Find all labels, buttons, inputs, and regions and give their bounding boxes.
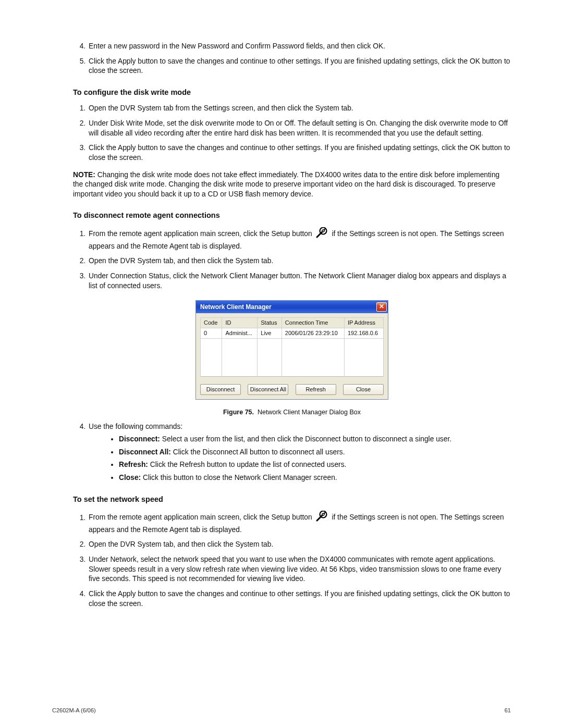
col-code[interactable]: Code xyxy=(201,318,222,328)
cell-time: 2006/01/26 23:29:10 xyxy=(282,328,344,338)
disconnect-button[interactable]: Disconnect xyxy=(200,384,241,395)
dialog-body: Code ID Status Connection Time IP Addres… xyxy=(196,313,388,399)
command-name: Close: xyxy=(119,474,141,482)
table-row xyxy=(201,367,384,377)
setup-icon xyxy=(315,227,329,242)
svg-point-3 xyxy=(322,513,324,515)
connections-table[interactable]: Code ID Status Connection Time IP Addres… xyxy=(200,317,384,377)
col-id[interactable]: ID xyxy=(222,318,258,328)
step-text-pre: From the remote agent application main s… xyxy=(89,514,312,522)
list-item: From the remote agent application main s… xyxy=(88,511,511,535)
table-row xyxy=(201,348,384,357)
step-5: Click the Apply button to save the chang… xyxy=(88,57,511,76)
cell-id: Administ... xyxy=(222,328,258,338)
figure-caption: Figure 75. Network Client Manager Dialog… xyxy=(195,408,388,417)
col-status[interactable]: Status xyxy=(258,318,282,328)
table-row xyxy=(201,338,384,348)
list-item: Open the DVR System tab from the Setting… xyxy=(88,104,511,114)
dialog-title: Network Client Manager xyxy=(200,303,272,311)
figure-number: Figure 75. xyxy=(223,409,254,416)
command-text: Select a user from the list, and then cl… xyxy=(162,435,451,443)
list-item: Refresh: Click the Refresh button to upd… xyxy=(119,460,511,470)
close-button[interactable]: Close xyxy=(343,384,384,395)
list-item: Open the DVR System tab, and then click … xyxy=(88,540,511,550)
step-text-pre: From the remote agent application main s… xyxy=(89,230,312,238)
page-number: 61 xyxy=(505,707,511,714)
note-label: NOTE: xyxy=(73,171,95,179)
table-row[interactable]: 0 Administ... Live 2006/01/26 23:29:10 1… xyxy=(201,328,384,338)
command-text: Click the Refresh button to update the l… xyxy=(150,461,347,468)
list-item: Under Connection Status, click the Netwo… xyxy=(88,272,511,291)
table-row xyxy=(201,357,384,367)
cell-ip: 192.168.0.6 xyxy=(344,328,383,338)
list-item: Use the following commands: Disconnect: … xyxy=(88,422,511,483)
heading-network-speed: To set the network speed xyxy=(73,495,511,505)
cell-code: 0 xyxy=(201,328,222,338)
disk-write-note: NOTE: Changing the disk write mode does … xyxy=(73,170,511,200)
dialog-titlebar: Network Client Manager ✕ xyxy=(196,301,388,313)
command-text: Click the Disconnect All button to disco… xyxy=(173,448,345,456)
list-item: Disconnect All: Click the Disconnect All… xyxy=(119,448,511,458)
heading-disconnect: To disconnect remote agent connections xyxy=(73,211,511,221)
command-text: Click this button to close the Network C… xyxy=(143,474,337,482)
list-item: Disconnect: Select a user from the list,… xyxy=(119,435,511,445)
list-item: Click the Apply button to save the chang… xyxy=(88,143,511,163)
table-header-row: Code ID Status Connection Time IP Addres… xyxy=(201,318,384,328)
cell-status: Live xyxy=(258,328,282,338)
dialog-window: Network Client Manager ✕ Code ID Status … xyxy=(195,300,388,400)
setup-icon xyxy=(315,511,329,525)
disconnect-steps: From the remote agent application main s… xyxy=(73,227,511,291)
heading-disk-write: To configure the disk write mode xyxy=(73,88,511,98)
network-speed-steps: From the remote agent application main s… xyxy=(73,511,511,609)
command-name: Disconnect: xyxy=(119,435,160,443)
col-ip[interactable]: IP Address xyxy=(344,318,383,328)
list-item: From the remote agent application main s… xyxy=(88,227,511,251)
doc-number: C2602M-A (6/06) xyxy=(52,707,96,714)
svg-point-1 xyxy=(322,230,324,232)
disk-write-steps: Open the DVR System tab from the Setting… xyxy=(73,104,511,163)
refresh-button[interactable]: Refresh xyxy=(296,384,336,395)
list-item: Close: Click this button to close the Ne… xyxy=(119,473,511,483)
page-footer: C2602M-A (6/06) 61 xyxy=(52,707,511,714)
figure-title: Network Client Manager Dialog Box xyxy=(258,409,361,416)
manual-page: Enter a new password in the New Password… xyxy=(0,0,563,728)
list-item: Open the DVR System tab, and then click … xyxy=(88,256,511,266)
network-client-manager-figure: Network Client Manager ✕ Code ID Status … xyxy=(195,300,388,416)
dialog-button-row: Disconnect Disconnect All Refresh Close xyxy=(200,384,384,395)
command-name: Disconnect All: xyxy=(119,448,171,456)
close-icon[interactable]: ✕ xyxy=(376,302,387,312)
intro-steps: Enter a new password in the New Password… xyxy=(73,42,511,76)
list-item: Under Disk Write Mode, set the disk over… xyxy=(88,119,511,138)
command-name: Refresh: xyxy=(119,461,148,468)
note-text: Changing the disk write mode does not ta… xyxy=(73,171,499,198)
col-time[interactable]: Connection Time xyxy=(282,318,344,328)
disconnect-all-button[interactable]: Disconnect All xyxy=(248,384,288,395)
step-4: Enter a new password in the New Password… xyxy=(88,42,511,52)
disconnect-steps-cont: Use the following commands: Disconnect: … xyxy=(73,422,511,483)
command-list: Disconnect: Select a user from the list,… xyxy=(89,435,511,483)
list-item: Under Network, select the network speed … xyxy=(88,555,511,584)
step-text: Use the following commands: xyxy=(89,423,182,430)
list-item: Click the Apply button to save the chang… xyxy=(88,589,511,609)
